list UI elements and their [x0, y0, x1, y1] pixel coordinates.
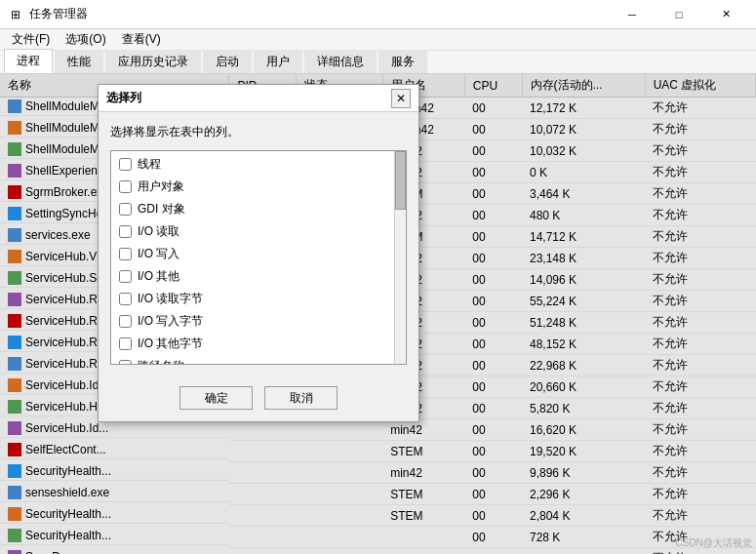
dialog-body: 选择将显示在表中的列。 线程用户对象GDI 对象I/O 读取I/O 写入I/O … — [99, 112, 418, 376]
checkbox-input[interactable] — [119, 158, 132, 171]
minimize-button[interactable]: ─ — [610, 5, 655, 24]
checkbox-label: I/O 读取 — [138, 223, 179, 240]
dialog-close-button[interactable]: ✕ — [391, 89, 411, 108]
checkbox-input[interactable] — [119, 248, 132, 260]
dialog-buttons: 确定 取消 — [99, 376, 418, 421]
tab-用户[interactable]: 用户 — [254, 50, 302, 73]
tab-启动[interactable]: 启动 — [203, 50, 252, 73]
menu-item-2[interactable]: 查看(V) — [114, 29, 169, 50]
checkbox-label: I/O 写入 — [138, 246, 179, 262]
watermark: CSDN@大话视觉 — [676, 536, 753, 550]
scrollbar-thumb[interactable] — [395, 151, 406, 210]
app-title: 任务管理器 — [29, 6, 88, 22]
checkbox-label: I/O 其他字节 — [138, 336, 203, 352]
checkbox-label: I/O 其他 — [138, 268, 179, 285]
checkbox-input[interactable] — [119, 270, 132, 283]
confirm-button[interactable]: 确定 — [179, 386, 253, 410]
checkbox-label: 线程 — [138, 156, 161, 173]
main-content: 名称PID状态用户名CPU内存(活动的...UAC 虚拟化 ShellModul… — [0, 74, 756, 554]
tab-服务[interactable]: 服务 — [378, 50, 427, 73]
tab-进程[interactable]: 进程 — [4, 49, 53, 73]
dialog-title: 选择列 — [106, 90, 391, 106]
dialog-description: 选择将显示在表中的列。 — [110, 124, 407, 140]
title-bar: ⊞ 任务管理器 ─ □ ✕ — [0, 0, 756, 29]
checkbox-input[interactable] — [119, 293, 132, 305]
checkbox-item[interactable]: 路径名称 — [111, 355, 406, 365]
menu-item-0[interactable]: 文件(F) — [4, 29, 58, 50]
checkbox-label: GDI 对象 — [138, 201, 185, 218]
checkbox-input[interactable] — [119, 337, 132, 350]
select-columns-dialog: 选择列 ✕ 选择将显示在表中的列。 线程用户对象GDI 对象I/O 读取I/O … — [98, 84, 419, 422]
checkbox-item[interactable]: I/O 写入 — [111, 243, 406, 265]
checkbox-item[interactable]: I/O 其他 — [111, 265, 406, 288]
checkbox-item[interactable]: I/O 其他字节 — [111, 333, 406, 355]
checkbox-input[interactable] — [119, 360, 132, 365]
checkbox-input[interactable] — [119, 225, 132, 238]
maximize-button[interactable]: □ — [657, 5, 701, 24]
tab-应用历史记录[interactable]: 应用历史记录 — [105, 50, 201, 73]
cancel-button[interactable]: 取消 — [264, 386, 338, 410]
checkbox-input[interactable] — [119, 180, 132, 193]
checkbox-label: I/O 读取字节 — [138, 291, 203, 307]
dialog-title-bar: 选择列 ✕ — [99, 85, 418, 112]
checkbox-item[interactable]: I/O 读取 — [111, 220, 406, 243]
checkbox-label: 路径名称 — [138, 358, 184, 365]
checkbox-item[interactable]: 线程 — [111, 153, 406, 176]
tab-性能[interactable]: 性能 — [55, 50, 103, 73]
menu-bar: 文件(F)选项(O)查看(V) — [0, 29, 756, 51]
checkbox-input[interactable] — [119, 203, 132, 216]
scrollbar-track[interactable] — [394, 151, 406, 364]
checkbox-list: 线程用户对象GDI 对象I/O 读取I/O 写入I/O 其他I/O 读取字节I/… — [110, 150, 407, 365]
app-icon: ⊞ — [8, 7, 23, 22]
checkbox-item[interactable]: GDI 对象 — [111, 198, 406, 220]
tab-详细信息[interactable]: 详细信息 — [304, 50, 377, 73]
window-controls: ─ □ ✕ — [610, 5, 748, 24]
checkbox-label: I/O 写入字节 — [138, 313, 203, 330]
checkbox-item[interactable]: I/O 读取字节 — [111, 288, 406, 310]
menu-item-1[interactable]: 选项(O) — [58, 29, 113, 50]
tab-bar: 进程性能应用历史记录启动用户详细信息服务 — [0, 51, 756, 74]
dialog-overlay: 选择列 ✕ 选择将显示在表中的列。 线程用户对象GDI 对象I/O 读取I/O … — [0, 74, 756, 554]
checkbox-input[interactable] — [119, 315, 132, 328]
checkbox-label: 用户对象 — [138, 178, 184, 195]
close-button[interactable]: ✕ — [703, 5, 748, 24]
checkbox-item[interactable]: 用户对象 — [111, 176, 406, 198]
checkbox-item[interactable]: I/O 写入字节 — [111, 310, 406, 333]
